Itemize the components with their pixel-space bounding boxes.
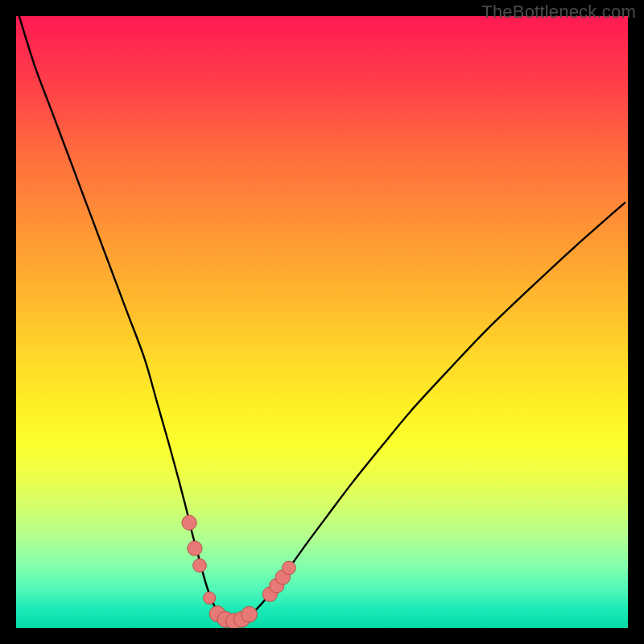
watermark-text: TheBottleneck.com <box>481 2 636 23</box>
data-point-marker <box>283 561 296 575</box>
data-point-marker <box>188 541 202 555</box>
data-point-markers <box>16 16 628 628</box>
data-point-marker <box>182 515 196 530</box>
data-point-marker <box>193 559 207 572</box>
data-point-marker <box>204 592 216 604</box>
data-point-marker <box>242 606 258 622</box>
